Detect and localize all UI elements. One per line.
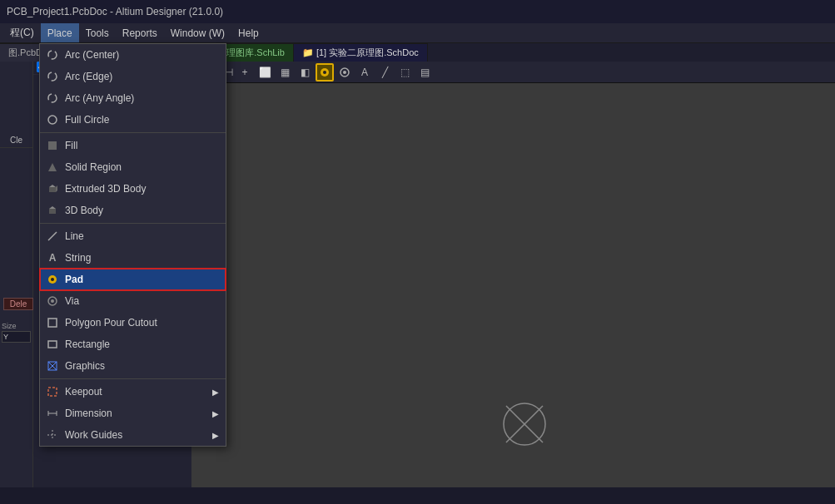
line-icon — [45, 229, 60, 244]
dimension-icon — [45, 406, 60, 421]
pad-icon — [45, 272, 60, 287]
svg-point-22 — [51, 299, 54, 303]
svg-marker-15 — [56, 185, 57, 192]
toolbar-pad-icon[interactable] — [316, 63, 334, 82]
left-sidebar: Clea Cle Dele Size Y — [0, 43, 33, 487]
menu-item-work-guides[interactable]: Work Guides ▶ — [40, 424, 226, 446]
menu-item-line[interactable]: Line — [40, 225, 226, 247]
toolbar-via-icon[interactable] — [335, 63, 354, 82]
tab-schdoc[interactable]: 📁 [1] 实验二原理图.SchDoc — [294, 43, 428, 62]
svg-rect-11 — [48, 141, 57, 150]
polygon-cutout-icon — [45, 315, 60, 330]
ls-del-btn[interactable]: Dele — [3, 298, 33, 310]
svg-marker-17 — [49, 206, 56, 209]
title-text: PCB_Project1.PcbDoc - Altium Designer (2… — [7, 6, 223, 17]
toolbar-text-icon[interactable]: A — [355, 63, 374, 82]
toolbar-copper-icon[interactable]: ◧ — [296, 63, 314, 82]
menu-place[interactable]: Place — [41, 23, 79, 42]
arc-edge-icon — [45, 69, 60, 84]
menu-reports[interactable]: Reports — [116, 23, 164, 42]
divider-3 — [40, 378, 226, 379]
divider-2 — [40, 223, 226, 224]
menu-item-dimension[interactable]: Dimension ▶ — [40, 403, 226, 424]
menu-item-extruded-3d[interactable]: Extruded 3D Body — [40, 178, 226, 200]
svg-point-1 — [323, 71, 326, 74]
menu-item-via[interactable]: Via — [40, 290, 226, 312]
crosshair — [500, 399, 549, 452]
work-guides-icon — [45, 427, 60, 442]
menu-item-polygon-pour-cutout[interactable]: Polygon Pour Cutout — [40, 312, 226, 334]
arc-center-icon — [45, 47, 60, 62]
graphics-icon — [45, 358, 60, 373]
full-circle-icon — [45, 112, 60, 127]
svg-marker-14 — [49, 185, 56, 187]
toolbar-plus-icon[interactable]: + — [236, 63, 254, 82]
menu-item-string[interactable]: A String — [40, 247, 226, 269]
via-icon — [45, 294, 60, 309]
keepout-icon — [45, 384, 60, 399]
doc-toolbar: ▼≡ ⊢⊣ + ⬜ ▦ ◧ A ╱ ⬚ ▤ — [191, 62, 835, 83]
svg-point-8 — [48, 72, 57, 81]
toolbar-select-rect-icon[interactable]: ⬜ — [256, 63, 274, 82]
svg-rect-16 — [49, 209, 56, 214]
solid-region-icon — [45, 160, 60, 175]
menu-item-arc-edge[interactable]: Arc (Edge) — [40, 66, 226, 87]
svg-rect-23 — [48, 319, 57, 327]
svg-rect-13 — [49, 187, 56, 192]
title-bar: PCB_Project1.PcbDoc - Altium Designer (2… — [0, 0, 835, 23]
menu-item-solid-region[interactable]: Solid Region — [40, 156, 226, 178]
svg-point-10 — [48, 116, 57, 124]
menu-item-full-circle[interactable]: Full Circle — [40, 109, 226, 131]
menu-item-graphics[interactable]: Graphics — [40, 355, 226, 377]
menu-item-pad[interactable]: Pad — [40, 269, 226, 290]
ls-size-label: Size Y — [0, 320, 32, 344]
keepout-arrow: ▶ — [212, 388, 219, 397]
fill-icon — [45, 138, 60, 153]
toolbar-chart-icon[interactable]: ▦ — [276, 63, 294, 82]
extruded-3d-icon — [45, 181, 60, 196]
string-icon: A — [45, 250, 60, 265]
arc-any-angle-icon — [45, 91, 60, 106]
svg-point-9 — [48, 94, 57, 102]
toolbar-data-icon[interactable]: ▤ — [415, 63, 434, 82]
svg-line-18 — [48, 232, 57, 240]
svg-point-3 — [343, 71, 346, 74]
menu-cheng[interactable]: 程(C) — [3, 23, 41, 42]
menu-item-keepout[interactable]: Keepout ▶ — [40, 381, 226, 403]
menu-help[interactable]: Help — [231, 23, 266, 42]
3d-body-icon — [45, 203, 60, 218]
menu-bar: 程(C) Place Tools Reports Window (W) Help — [0, 23, 835, 43]
dimension-arrow: ▶ — [212, 409, 219, 418]
menu-tools[interactable]: Tools — [79, 23, 116, 42]
ls-clear2-btn[interactable]: Cle — [0, 133, 32, 148]
menu-item-arc-center[interactable]: Arc (Center) — [40, 44, 226, 66]
menu-window[interactable]: Window (W) — [164, 23, 231, 42]
menu-item-arc-any-angle[interactable]: Arc (Any Angle) — [40, 87, 226, 109]
svg-point-20 — [51, 278, 54, 281]
work-guides-arrow: ▶ — [212, 431, 219, 440]
canvas-area — [191, 83, 835, 487]
status-bar — [0, 487, 835, 504]
menu-item-fill[interactable]: Fill — [40, 135, 226, 156]
toolbar-scale-icon[interactable]: ⬚ — [395, 63, 414, 82]
svg-point-7 — [48, 51, 57, 59]
toolbar-line-icon[interactable]: ╱ — [375, 63, 394, 82]
svg-marker-12 — [48, 163, 57, 171]
rectangle-icon — [45, 337, 60, 352]
divider-1 — [40, 132, 226, 133]
svg-rect-24 — [48, 341, 57, 348]
svg-rect-28 — [48, 388, 57, 396]
menu-item-rectangle[interactable]: Rectangle — [40, 334, 226, 355]
place-dropdown-menu: Arc (Center) Arc (Edge) Arc (Any Angle) … — [39, 43, 226, 447]
menu-item-3d-body[interactable]: 3D Body — [40, 200, 226, 221]
